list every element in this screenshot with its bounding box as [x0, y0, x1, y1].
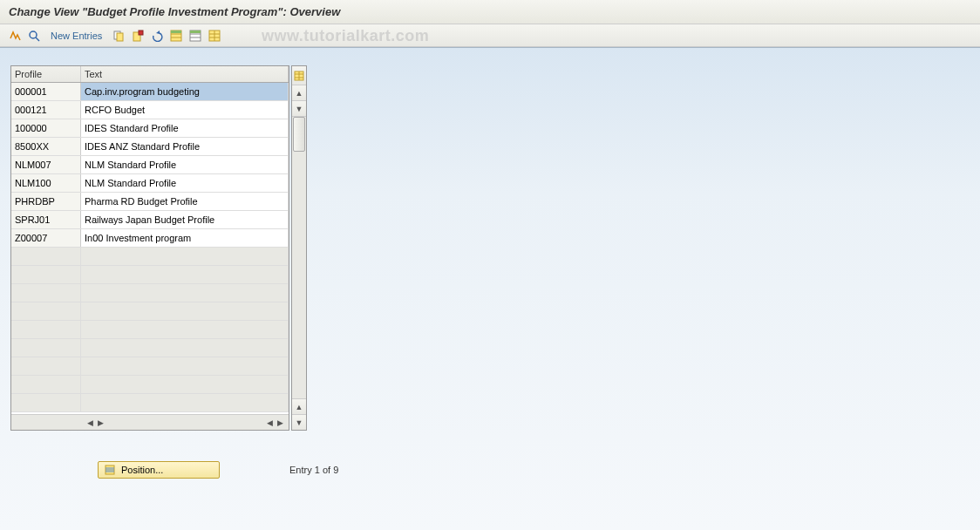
profile-cell[interactable]: 100000 [11, 119, 81, 137]
svg-rect-3 [117, 33, 123, 41]
table-row[interactable] [11, 357, 289, 376]
profile-cell[interactable]: SPRJ01 [11, 211, 81, 228]
table-body: 000001Cap.inv.program budgeting000121RCF… [11, 83, 289, 414]
table-settings-icon[interactable] [292, 66, 306, 85]
scroll-left-end-icon[interactable]: ◀ [264, 418, 275, 427]
profile-cell[interactable] [11, 302, 81, 320]
svg-rect-13 [190, 31, 201, 33]
text-cell[interactable]: IDES Standard Profile [81, 119, 289, 137]
table-row[interactable] [11, 339, 289, 357]
table-row[interactable]: 000121RCFO Budget [11, 101, 289, 119]
vscroll-track[interactable] [292, 117, 306, 398]
main-content: Profile Text 000001Cap.inv.program budge… [0, 47, 980, 530]
scroll-down-end-icon[interactable]: ▼ [292, 414, 306, 430]
position-button[interactable]: Position... [98, 461, 220, 479]
column-header-text[interactable]: Text [81, 66, 289, 82]
text-cell[interactable] [81, 284, 289, 302]
text-cell[interactable]: RCFO Budget [81, 101, 289, 119]
text-cell[interactable] [81, 394, 289, 411]
profile-cell[interactable]: PHRDBP [11, 193, 81, 210]
table-row[interactable]: SPRJ01Railways Japan Budget Profile [11, 211, 289, 229]
scroll-right-end-icon[interactable]: ▶ [275, 418, 285, 427]
table-wrapper: Profile Text 000001Cap.inv.program budge… [10, 65, 307, 431]
profile-cell[interactable] [11, 376, 81, 393]
text-cell[interactable]: IDES ANZ Standard Profile [81, 138, 289, 155]
profile-cell[interactable] [11, 321, 81, 338]
scroll-down-icon[interactable]: ▼ [292, 101, 306, 117]
position-button-label: Position... [121, 465, 163, 475]
text-cell[interactable] [81, 339, 289, 357]
text-cell[interactable]: In00 Investment program [81, 229, 289, 247]
svg-point-0 [30, 31, 37, 38]
select-all-icon[interactable] [168, 28, 184, 44]
details-icon[interactable] [26, 28, 42, 44]
copy-icon[interactable] [111, 28, 126, 44]
profile-cell[interactable] [11, 266, 81, 283]
text-cell[interactable] [81, 266, 289, 283]
text-cell[interactable] [81, 357, 289, 375]
text-cell[interactable]: NLM Standard Profile [81, 156, 289, 173]
text-cell[interactable]: Pharma RD Budget Profile [81, 193, 289, 210]
table-row[interactable] [11, 376, 289, 394]
svg-rect-5 [139, 31, 143, 35]
footer-area: Position... Entry 1 of 9 [10, 461, 970, 479]
table-row[interactable] [11, 266, 289, 284]
profile-cell[interactable]: NLM007 [11, 156, 81, 173]
text-cell[interactable] [81, 302, 289, 320]
profile-cell[interactable]: 000001 [11, 83, 81, 100]
text-cell[interactable]: Cap.inv.program budgeting [81, 83, 289, 100]
text-cell[interactable]: NLM Standard Profile [81, 174, 289, 192]
text-cell[interactable] [81, 321, 289, 338]
profile-cell[interactable] [11, 339, 81, 357]
table-row[interactable]: 000001Cap.inv.program budgeting [11, 83, 289, 101]
table-row[interactable]: NLM007NLM Standard Profile [11, 156, 289, 174]
table-row[interactable] [11, 284, 289, 302]
text-cell[interactable] [81, 376, 289, 393]
table-row[interactable] [11, 302, 289, 321]
position-icon [104, 464, 116, 476]
page-title: Change View "Budget Profile Investment P… [9, 5, 340, 18]
deselect-all-icon[interactable] [187, 28, 203, 44]
table-row[interactable]: 8500XXIDES ANZ Standard Profile [11, 138, 289, 156]
table-header: Profile Text [11, 66, 289, 83]
table-row[interactable]: 100000IDES Standard Profile [11, 119, 289, 138]
scroll-up-end-icon[interactable]: ▲ [292, 398, 306, 414]
text-cell[interactable] [81, 248, 289, 265]
text-cell[interactable]: Railways Japan Budget Profile [81, 211, 289, 228]
scroll-left-icon[interactable]: ◀ [85, 418, 95, 427]
table-row[interactable]: NLM100NLM Standard Profile [11, 174, 289, 193]
hscroll-track[interactable] [107, 418, 262, 427]
new-entries-button[interactable]: New Entries [45, 29, 107, 43]
table-row[interactable] [11, 394, 289, 412]
undo-icon[interactable] [149, 28, 165, 44]
table-row[interactable]: Z00007In00 Investment program [11, 229, 289, 248]
profile-cell[interactable] [11, 357, 81, 375]
table-row[interactable]: PHRDBPPharma RD Budget Profile [11, 193, 289, 211]
profile-cell[interactable]: Z00007 [11, 229, 81, 247]
profile-cell[interactable] [11, 284, 81, 302]
table-row[interactable] [11, 248, 289, 266]
profile-cell[interactable] [11, 248, 81, 265]
scroll-right-icon[interactable]: ▶ [95, 418, 105, 427]
vertical-scrollbar: ▲ ▼ ▲ ▼ [291, 65, 307, 431]
svg-rect-9 [171, 31, 181, 33]
profile-cell[interactable]: NLM100 [11, 174, 81, 192]
scroll-up-icon[interactable]: ▲ [292, 85, 306, 101]
vscroll-thumb[interactable] [293, 117, 305, 152]
profile-cell[interactable]: 000121 [11, 101, 81, 119]
horizontal-scrollbar[interactable]: ◀ ▶ ◀ ▶ [11, 414, 289, 430]
watermark: www.tutorialkart.com [262, 27, 429, 45]
profile-cell[interactable]: 8500XX [11, 138, 81, 155]
delete-icon[interactable] [130, 28, 146, 44]
toggle-display-icon[interactable] [7, 28, 23, 44]
svg-line-1 [36, 37, 39, 41]
title-bar: Change View "Budget Profile Investment P… [0, 0, 980, 24]
toolbar: New Entries www.tutorialkart.com [0, 24, 980, 47]
table-row[interactable] [11, 321, 289, 339]
entry-status: Entry 1 of 9 [289, 465, 338, 475]
print-icon[interactable] [207, 28, 222, 44]
profile-cell[interactable] [11, 394, 81, 411]
column-header-profile[interactable]: Profile [11, 66, 81, 82]
table-container: Profile Text 000001Cap.inv.program budge… [10, 65, 289, 431]
